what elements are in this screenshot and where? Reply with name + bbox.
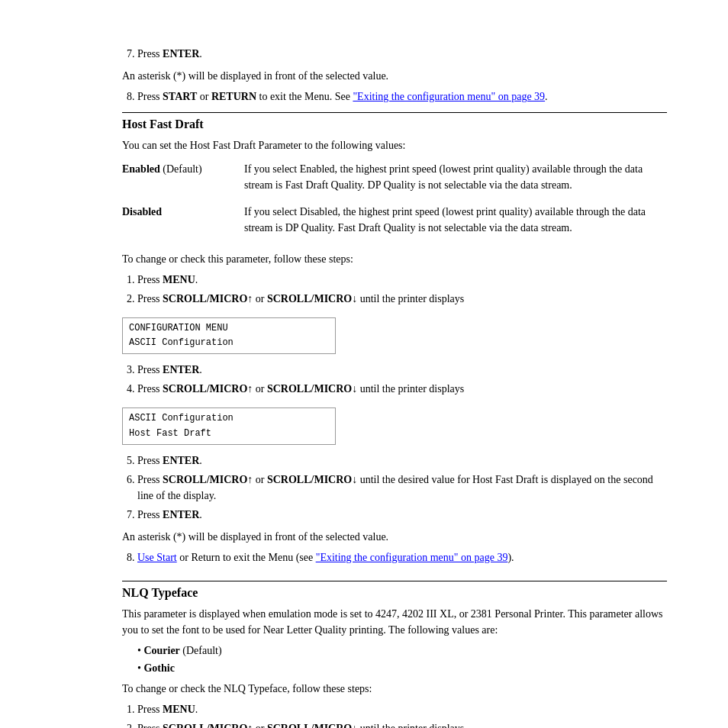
intro-step-8: Press START or RETURN to exit the Menu. … — [137, 89, 667, 105]
nlq-courier: Courier (Default) — [137, 643, 667, 659]
nlq-values-list: Courier (Default) Gothic — [137, 643, 667, 676]
intro-section: Press ENTER. An asterisk (*) will be dis… — [122, 46, 667, 105]
hfd-step-4: Press SCROLL/MICRO↑ or SCROLL/MICRO↓ unt… — [137, 381, 667, 397]
host-fast-draft-section: Host Fast Draft You can set the Host Fas… — [122, 112, 667, 565]
use-start-link[interactable]: Use Start — [137, 552, 177, 563]
intro-step-7: Press ENTER. — [137, 46, 667, 62]
nlq-intro: This parameter is displayed when emulati… — [122, 606, 667, 638]
hfd-steps-2: Press ENTER. Press SCROLL/MICRO↑ or SCRO… — [137, 362, 667, 397]
hfd-step8-list: Use Start or Return to exit the Menu (se… — [137, 549, 667, 565]
exiting-link-1[interactable]: "Exiting the configuration menu" on page… — [353, 91, 545, 102]
hfd-step8-text: or Return to exit the Menu (see — [177, 552, 316, 563]
enter-bold-1: ENTER — [163, 48, 199, 60]
nlq-step-2: Press SCROLL/MICRO↑ or SCROLL/MICRO↓ unt… — [137, 720, 667, 728]
host-fast-draft-title: Host Fast Draft — [122, 118, 204, 130]
hfd-codebox-1: CONFIGURATION MENU ASCII Configuration — [122, 317, 336, 354]
hfd-step-7: Press ENTER. — [137, 507, 667, 523]
enabled-label: Enabled (Default) — [122, 158, 244, 201]
step8-text: to exit the Menu. See — [256, 91, 353, 102]
hfd-steps-3: Press ENTER. Press SCROLL/MICRO↑ or SCRO… — [137, 453, 667, 523]
step7-text: . — [199, 48, 202, 60]
nlq-steps: Press MENU. Press SCROLL/MICRO↑ or SCROL… — [137, 701, 667, 728]
nlq-header: NLQ Typeface — [122, 581, 667, 600]
step8-text-after: . — [545, 91, 548, 102]
nlq-step-1: Press MENU. — [137, 701, 667, 717]
hfd-step-3: Press ENTER. — [137, 362, 667, 378]
enabled-desc: If you select Enabled, the highest print… — [244, 158, 667, 201]
disabled-desc: If you select Disabled, the highest prin… — [244, 201, 667, 243]
hfd-step-1: Press MENU. — [137, 272, 667, 288]
intro-steps-list: Press ENTER. — [137, 46, 667, 62]
exiting-link-2[interactable]: "Exiting the configuration menu" on page… — [316, 552, 508, 563]
enabled-row: Enabled (Default) If you select Enabled,… — [122, 158, 667, 201]
nlq-change-intro: To change or check the NLQ Typeface, fol… — [122, 681, 667, 697]
disabled-row: Disabled If you select Disabled, the hig… — [122, 201, 667, 243]
hfd-step-5: Press ENTER. — [137, 453, 667, 469]
param-table: Enabled (Default) If you select Enabled,… — [122, 158, 667, 243]
host-fast-draft-intro: You can set the Host Fast Draft Paramete… — [122, 137, 667, 153]
hfd-step-6: Press SCROLL/MICRO↑ or SCROLL/MICRO↓ unt… — [137, 472, 667, 504]
hfd-step8-after: ). — [507, 552, 514, 563]
start-bold: START — [163, 91, 197, 102]
disabled-label: Disabled — [122, 201, 244, 243]
hfd-step-2: Press SCROLL/MICRO↑ or SCROLL/MICRO↓ unt… — [137, 291, 667, 307]
hfd-step-8: Use Start or Return to exit the Menu (se… — [137, 549, 667, 565]
hfd-change-intro: To change or check this parameter, follo… — [122, 251, 667, 267]
hfd-steps: Press MENU. Press SCROLL/MICRO↑ or SCROL… — [137, 272, 667, 307]
return-bold: RETURN — [211, 91, 256, 102]
nlq-gothic: Gothic — [137, 660, 667, 676]
nlq-title: NLQ Typeface — [122, 586, 198, 599]
intro-step8-list: Press START or RETURN to exit the Menu. … — [137, 89, 667, 105]
nlq-typeface-section: NLQ Typeface This parameter is displayed… — [122, 581, 667, 728]
hfd-asterisk-note: An asterisk (*) will be displayed in fro… — [122, 529, 667, 545]
host-fast-draft-header: Host Fast Draft — [122, 112, 667, 131]
hfd-codebox-2: ASCII Configuration Host Fast Draft — [122, 407, 336, 444]
asterisk-note-1: An asterisk (*) will be displayed in fro… — [122, 68, 667, 84]
